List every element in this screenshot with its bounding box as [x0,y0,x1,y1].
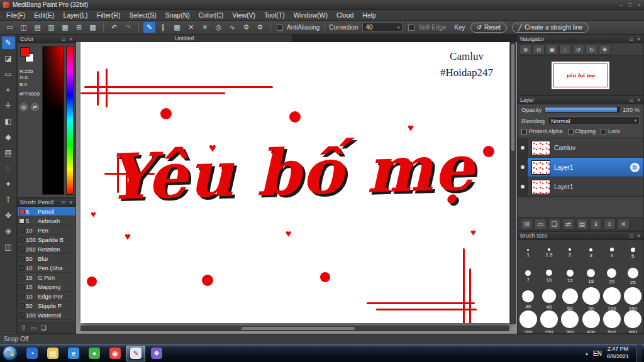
layer-visibility-toggle[interactable] [518,177,528,196]
brush-size-cell[interactable]: 1.5 [538,241,559,265]
show-hidden-icons-button[interactable]: ▴ [586,351,588,356]
saturation-value-picker[interactable] [42,46,65,195]
create-straight-line-button[interactable]: ╱ Create a straight line [512,23,589,33]
vertical-scrollbar-thumb[interactable] [511,44,514,151]
Pen[interactable]: 10 Pen [18,226,75,235]
brush-size-cell[interactable]: 500 [601,311,622,334]
zoom-in[interactable]: ⊕ [519,45,531,55]
brush-tool[interactable]: ✎ [2,36,15,49]
lock-checkbox[interactable] [601,129,606,134]
brush-size-cell[interactable]: 150 [623,288,643,311]
file-explorer-app[interactable]: ▤ [43,346,62,361]
medibang-app[interactable]: ✎ [126,346,145,361]
clipping-option[interactable]: Clipping [568,128,596,134]
internet-explorer-app[interactable]: e [64,346,83,361]
show-desktop-button[interactable] [636,344,641,362]
lock-option[interactable]: Lock [601,128,620,134]
brush-size-cell[interactable]: 250 [538,311,559,334]
brush-size-cell[interactable]: 50 [560,288,580,311]
soft-edge-checkbox[interactable] [408,25,414,31]
snap-curve-icon[interactable]: ∿ [226,22,238,33]
close-icon[interactable]: ✕ [69,200,73,206]
protect-alpha-option[interactable]: Protect Alpha [521,128,563,134]
color-swatches[interactable] [20,47,36,65]
menu-item[interactable]: Snap(N) [161,10,194,20]
brush-size-cell[interactable]: 4 [601,241,622,265]
merge-down[interactable]: ⇓ [590,219,602,229]
folder[interactable]: ▤ [576,219,588,229]
start-button[interactable] [3,346,18,361]
material-icon[interactable]: ▩ [87,22,99,33]
dock-icon[interactable]: ⊡ [630,36,634,42]
chrome-app[interactable]: ◉ [106,346,125,361]
brush-duplicate[interactable]: ❏ [41,324,47,331]
language-indicator[interactable]: EN [593,350,602,357]
Sparkle B[interactable]: 100 Sparkle B [18,235,75,244]
rect-select-tool[interactable]: ▭ [2,68,15,80]
menu-item[interactable]: Layer(L) [58,10,92,20]
layer-visibility-toggle[interactable] [518,138,528,157]
bucket-tool[interactable]: ◆ [2,131,15,143]
Layer1[interactable]: Layer1 ⚙ [518,177,643,197]
brush-size-cell[interactable]: 40 [538,288,559,311]
zoom-fit[interactable]: ▣ [546,45,558,55]
brush-size-cell[interactable]: 3 [580,241,601,265]
close-icon[interactable]: ✕ [636,97,641,103]
delete-layer[interactable]: ✕ [618,219,630,229]
add-folder[interactable]: ▭ [535,219,547,229]
Pen (Sha[interactable]: 10 Pen (Sha [18,263,75,273]
reset-button[interactable]: ↺ Reset [470,23,508,33]
brush-size-cell[interactable]: 10 [538,265,559,288]
comment-icon[interactable]: ▤ [31,22,43,33]
brush-size-cell[interactable]: 30 [518,288,538,311]
eraser-tool[interactable]: ◪ [2,52,15,65]
canvas-tab-untitled[interactable]: Untitled [76,35,293,42]
layer-settings-gear-icon[interactable]: ⚙ [630,163,640,172]
dock-icon[interactable]: ⊡ [630,97,634,103]
brush-new[interactable]: ▭ [30,324,36,331]
media-player-app[interactable]: ◔ [23,346,42,361]
foreground-color-swatch[interactable] [20,47,30,57]
grid-toggle-icon[interactable]: ▦ [59,22,71,33]
horizontal-scrollbar-thumb[interactable] [242,327,355,330]
snap-grid-icon[interactable]: ▦ [171,22,183,33]
divide-tool[interactable]: ◫ [2,241,15,253]
add-layer[interactable]: ⊞ [521,219,533,229]
color-swap[interactable]: ⇄ [31,103,39,111]
dock-icon[interactable]: ⊡ [630,233,634,239]
snap-off-icon[interactable]: ✎ [143,22,155,33]
menu-item[interactable]: Filter(R) [92,10,125,20]
brush-size-cell[interactable]: 20 [601,265,622,288]
close-icon[interactable]: ✕ [636,233,641,239]
save-icon[interactable]: ◫ [18,22,30,33]
green-app[interactable]: ● [85,346,104,361]
brush-up[interactable]: ⇧ [21,324,26,331]
snap-circle-icon[interactable]: ◎ [213,22,225,33]
menu-item[interactable]: File(F) [2,10,30,20]
duplicate-layer[interactable]: ❏ [548,219,560,229]
transfer-layer[interactable]: ⇄ [562,219,574,229]
brush-size-cell[interactable]: 100 [601,288,622,311]
Edge Per[interactable]: 10 Edge Per [18,292,75,301]
pixel-grid-icon[interactable]: ⊞ [73,22,85,33]
menu-item[interactable]: View(V) [228,10,260,20]
Camluv[interactable]: Camluv ⚙ [518,138,643,158]
move-tool[interactable]: ✛ [2,99,15,112]
brush-size-cell[interactable]: 12 [560,265,580,288]
menu-item[interactable]: Edit(E) [30,10,58,20]
combine-layer[interactable]: ≡ [604,219,616,229]
navigator-thumbnail[interactable]: yêu bố mẹ [552,62,609,89]
dock-icon[interactable]: ⊡ [62,200,66,206]
Stipple P[interactable]: 50 Stipple P [18,301,75,310]
zoom-out[interactable]: ⊖ [533,45,545,55]
snap-options-icon[interactable]: ⚙ [254,22,266,33]
brush-size-cell[interactable]: 7 [518,265,538,288]
close-icon[interactable]: ✕ [69,36,73,42]
brush-size-cell[interactable]: 25 [623,265,643,288]
reset-view[interactable]: ✥ [599,45,611,55]
brush-size-cell[interactable]: 600 [623,311,643,334]
brush-size-cell[interactable]: 1 [518,241,538,265]
brush-size-cell[interactable]: 70 [580,288,601,311]
close-icon[interactable]: ✕ [636,36,641,42]
snap-parallel-icon[interactable]: ∥ [157,22,169,33]
